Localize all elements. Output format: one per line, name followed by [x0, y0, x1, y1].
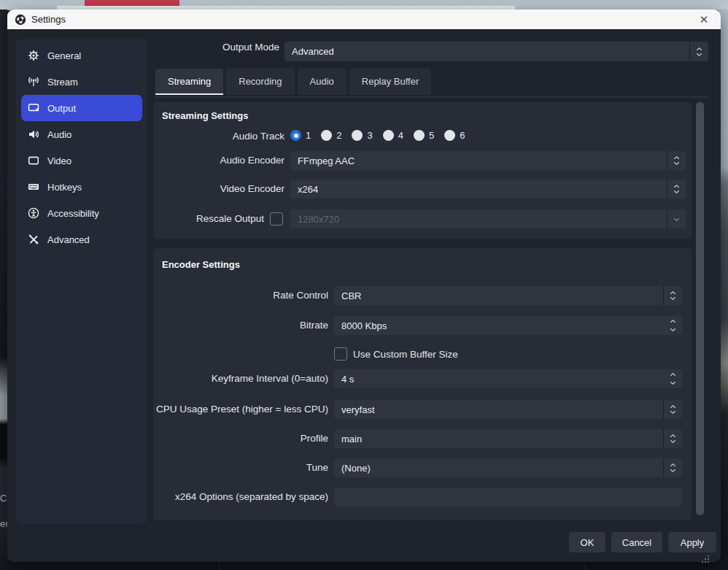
tab-recording[interactable]: Recording [226, 69, 294, 95]
radio-label: 4 [398, 130, 403, 141]
video-encoder-spinner[interactable] [667, 180, 686, 199]
tune-label: Tune [153, 462, 328, 474]
sidebar-item-label: Output [47, 103, 76, 114]
bitrate-label: Bitrate [153, 320, 328, 331]
video-encoder-value: x264 [298, 180, 318, 199]
rate-control-select[interactable]: CBR [334, 286, 682, 305]
sidebar-item-label: Video [47, 155, 71, 166]
ok-button[interactable]: OK [569, 532, 605, 552]
radio-label: 3 [367, 130, 372, 141]
rescale-output-combo[interactable]: 1280x720 [290, 209, 686, 228]
tune-select[interactable]: (None) [334, 458, 682, 477]
rescale-output-dropdown[interactable] [667, 209, 686, 228]
audio-track-option-1[interactable]: 1 [290, 130, 311, 141]
audio-track-label: Audio Track [153, 131, 284, 142]
audio-encoder-spinner[interactable] [667, 151, 686, 170]
x264-options-label: x264 Options (separated by space) [153, 491, 328, 503]
rescale-output-checkbox[interactable] [270, 212, 283, 226]
background-divider [219, 563, 220, 570]
output-mode-label: Output Mode [192, 42, 279, 53]
keyframe-interval-value: 4 s [341, 369, 354, 388]
chevron-down-icon [670, 469, 676, 472]
gear-icon [28, 50, 39, 61]
chevron-down-icon [673, 190, 680, 193]
cancel-button[interactable]: Cancel [611, 532, 662, 552]
tab-streaming[interactable]: Streaming [155, 69, 223, 95]
cpu-preset-select[interactable]: veryfast [334, 400, 682, 419]
streaming-settings-panel: Streaming Settings Audio Track 1 2 3 4 5 [153, 102, 692, 239]
sidebar-item-accessibility[interactable]: Accessibility [21, 200, 142, 226]
radio-icon[interactable] [352, 130, 363, 141]
profile-select[interactable]: main [334, 429, 682, 448]
output-mode-spinner[interactable] [689, 42, 708, 61]
window-title: Settings [31, 14, 66, 25]
tools-icon [28, 234, 39, 245]
chevron-down-icon [670, 439, 676, 443]
chevron-up-icon [670, 373, 676, 377]
chevron-down-icon [673, 217, 680, 221]
close-button[interactable]: ✕ [693, 9, 715, 29]
chevron-down-icon [696, 53, 702, 56]
audio-track-option-6[interactable]: 6 [444, 130, 465, 141]
sidebar-item-video[interactable]: Video [21, 147, 142, 174]
radio-label: 6 [460, 130, 465, 141]
sidebar-item-audio[interactable]: Audio [21, 121, 142, 147]
keyframe-interval-label: Keyframe Interval (0=auto) [153, 373, 328, 385]
bitrate-value: 8000 Kbps [341, 316, 387, 335]
chevron-up-icon [670, 463, 676, 467]
title-bar[interactable]: Settings [7, 9, 721, 29]
audio-track-option-4[interactable]: 4 [383, 130, 403, 141]
tab-replay-buffer[interactable]: Replay Buffer [349, 69, 432, 95]
sidebar-item-general[interactable]: General [21, 42, 142, 69]
keyboard-icon [28, 181, 39, 193]
monitor-icon [28, 155, 39, 166]
sidebar-item-stream[interactable]: Stream [21, 69, 142, 95]
video-encoder-label: Video Encoder [153, 183, 284, 195]
rescale-output-value: 1280x720 [298, 209, 339, 228]
encoder-settings-title: Encoder Settings [162, 259, 240, 270]
sidebar-item-advanced[interactable]: Advanced [21, 226, 142, 253]
output-mode-select[interactable]: Advanced [284, 42, 708, 61]
x264-options-input[interactable] [334, 488, 682, 507]
audio-track-radio-group: 1 2 3 4 5 6 [290, 130, 475, 141]
cpu-preset-label: CPU Usage Preset (higher = less CPU) [153, 404, 328, 415]
audio-encoder-select[interactable]: FFmpeg AAC [290, 151, 686, 170]
sidebar-item-hotkeys[interactable]: Hotkeys [21, 174, 142, 200]
video-encoder-select[interactable]: x264 [290, 180, 686, 199]
keyframe-interval-spinner[interactable] [664, 369, 682, 388]
keyframe-interval-spinbox[interactable]: 4 s [334, 369, 682, 388]
audio-track-option-5[interactable]: 5 [414, 130, 434, 141]
audio-encoder-value: FFmpeg AAC [298, 151, 355, 170]
custom-buffer-label: Use Custom Buffer Size [353, 349, 535, 361]
custom-buffer-checkbox[interactable] [334, 347, 347, 361]
radio-icon[interactable] [414, 130, 425, 141]
bitrate-spinbox[interactable]: 8000 Kbps [334, 316, 682, 335]
sidebar-item-output[interactable]: Output [21, 95, 142, 121]
obs-logo-icon [15, 14, 26, 26]
accessibility-icon [28, 207, 39, 219]
vertical-scrollbar[interactable] [696, 102, 704, 515]
sidebar-item-label: Advanced [47, 234, 90, 245]
cpu-preset-spinner[interactable] [663, 400, 682, 419]
audio-track-option-3[interactable]: 3 [352, 130, 372, 141]
resize-grip[interactable] [699, 552, 710, 564]
rate-control-spinner[interactable] [663, 286, 682, 305]
chevron-down-icon [670, 381, 676, 385]
chevron-up-icon [670, 434, 676, 438]
rate-control-value: CBR [341, 286, 361, 305]
bitrate-spinner[interactable] [664, 316, 682, 335]
tab-audio[interactable]: Audio [298, 69, 346, 95]
speaker-icon [28, 128, 39, 140]
radio-label: 1 [306, 130, 311, 141]
radio-selected-icon[interactable] [290, 130, 301, 141]
tune-spinner[interactable] [663, 458, 682, 477]
settings-dialog: Settings ✕ General Stream [7, 9, 721, 562]
sidebar-item-label: Stream [47, 77, 78, 88]
apply-button[interactable]: Apply [668, 532, 716, 552]
profile-spinner[interactable] [663, 429, 682, 448]
chevron-down-icon [670, 296, 676, 300]
audio-track-option-2[interactable]: 2 [321, 130, 341, 141]
radio-icon[interactable] [321, 130, 332, 141]
radio-icon[interactable] [383, 130, 394, 141]
radio-icon[interactable] [444, 130, 455, 141]
